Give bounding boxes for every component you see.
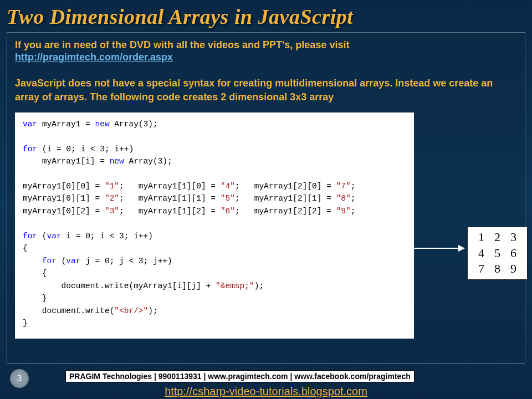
slide-title: Two Dimensional Arrays in JavaScript <box>0 0 532 32</box>
table-row: 789 <box>473 261 521 277</box>
intro-line: If you are in need of the DVD with all t… <box>15 38 517 52</box>
arrow-icon <box>414 248 464 249</box>
footer-link[interactable]: http://csharp-video-tutorials.blogspot.c… <box>0 385 532 398</box>
content-frame: If you are in need of the DVD with all t… <box>7 32 525 364</box>
order-link[interactable]: http://pragimtech.com/order.aspx <box>15 52 173 63</box>
table-row: 456 <box>473 245 521 262</box>
footer-info: PRAGIM Technologies | 9900113931 | www.p… <box>65 370 415 382</box>
desc-part2: The following code creates 2 dimensional… <box>87 91 334 103</box>
output-matrix: 123 456 789 <box>467 227 528 280</box>
footer: 3 PRAGIM Technologies | 9900113931 | www… <box>0 367 532 399</box>
description-text: JavaScript does not have a special synta… <box>15 76 517 104</box>
table-row: 123 <box>473 229 521 245</box>
code-block: var myArray1 = new Array(3); for (i = 0;… <box>15 112 414 339</box>
